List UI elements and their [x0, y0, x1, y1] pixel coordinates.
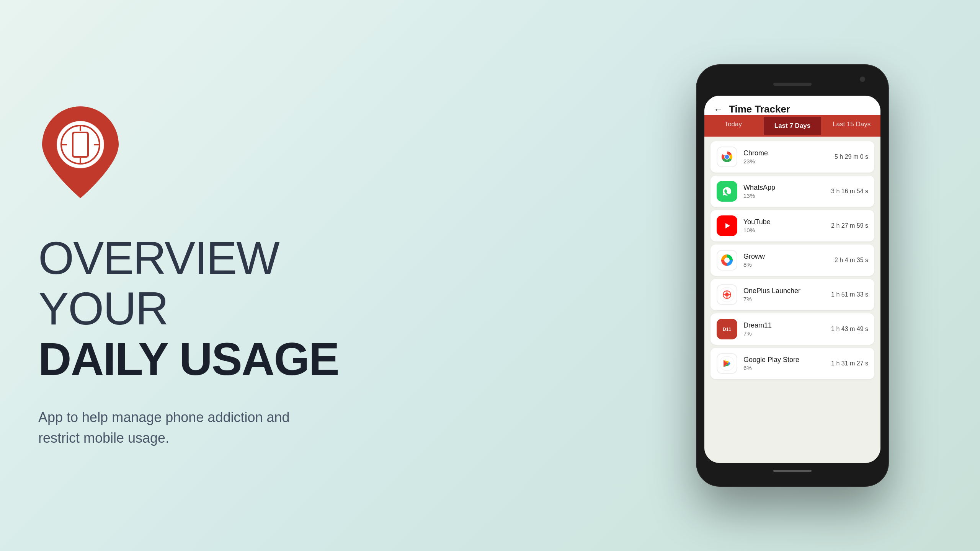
app-percent: 10% [743, 227, 825, 233]
app-info-oneplus: OnePlus Launcher 7% [743, 287, 825, 302]
left-section: OVERVIEW YOUR DAILY USAGE App to help ma… [0, 57, 635, 494]
back-button[interactable]: ← [714, 104, 723, 115]
app-name: Chrome [743, 149, 828, 157]
svg-point-20 [725, 293, 729, 297]
whatsapp-icon [717, 181, 737, 202]
list-item[interactable]: Groww 8% 2 h 4 m 35 s [710, 245, 874, 276]
headline-bold: DAILY USAGE [38, 334, 597, 384]
right-section: ← Time Tracker Today Last 7 Days Last 15… [635, 65, 980, 486]
list-item[interactable]: YouTube 10% 2 h 27 m 59 s [710, 210, 874, 241]
list-item[interactable]: OnePlus Launcher 7% 1 h 51 m 33 s [710, 279, 874, 310]
app-info-playstore: Google Play Store 6% [743, 356, 825, 371]
list-item[interactable]: WhatsApp 13% 3 h 16 m 54 s [710, 176, 874, 207]
app-name: OnePlus Launcher [743, 287, 825, 295]
app-info-dream11: Dream11 7% [743, 321, 825, 337]
app-header: ← Time Tracker [704, 96, 880, 115]
app-info-youtube: YouTube 10% [743, 218, 825, 233]
svg-text:D11: D11 [723, 327, 731, 332]
app-time: 1 h 51 m 33 s [831, 291, 868, 298]
phone-camera [860, 77, 865, 82]
tab-today[interactable]: Today [704, 115, 762, 137]
headline: OVERVIEW YOUR DAILY USAGE [38, 233, 597, 384]
app-time: 2 h 4 m 35 s [835, 257, 868, 264]
svg-point-17 [724, 258, 730, 263]
app-time: 5 h 29 m 0 s [835, 153, 868, 160]
app-percent: 6% [743, 365, 825, 371]
list-item[interactable]: D11 Dream11 7% 1 h 43 m 49 s [710, 313, 874, 345]
playstore-icon [717, 353, 737, 374]
app-percent: 23% [743, 158, 828, 165]
phone-bottom-bar [704, 463, 880, 478]
phone-screen: ← Time Tracker Today Last 7 Days Last 15… [704, 96, 880, 463]
list-item[interactable]: Chrome 23% 5 h 29 m 0 s [710, 141, 874, 173]
app-name: YouTube [743, 218, 825, 226]
app-percent: 7% [743, 296, 825, 302]
app-title: Time Tracker [729, 103, 790, 115]
phone-notch [704, 73, 880, 96]
tab-bar: Today Last 7 Days Last 15 Days [704, 115, 880, 137]
chrome-icon [717, 147, 737, 167]
tab-last15[interactable]: Last 15 Days [823, 115, 880, 137]
app-info-chrome: Chrome 23% [743, 149, 828, 165]
home-indicator [773, 470, 812, 472]
youtube-icon [717, 215, 737, 236]
app-time: 3 h 16 m 54 s [831, 188, 868, 195]
app-name: WhatsApp [743, 184, 825, 192]
app-time: 2 h 27 m 59 s [831, 222, 868, 229]
app-name: Google Play Store [743, 356, 825, 364]
app-time: 1 h 31 m 27 s [831, 360, 868, 367]
phone-speaker [773, 83, 812, 86]
list-item[interactable]: Google Play Store 6% 1 h 31 m 27 s [710, 348, 874, 379]
app-time: 1 h 43 m 49 s [831, 326, 868, 333]
app-percent: 8% [743, 261, 828, 268]
app-percent: 13% [743, 192, 825, 199]
app-list: Chrome 23% 5 h 29 m 0 s [704, 137, 880, 463]
app-info-groww: Groww 8% [743, 253, 828, 268]
phone-frame: ← Time Tracker Today Last 7 Days Last 15… [697, 65, 888, 486]
subtitle-text: App to help manage phone addiction and r… [38, 407, 306, 448]
app-name: Dream11 [743, 321, 825, 329]
svg-point-12 [725, 155, 729, 159]
oneplus-icon [717, 284, 737, 305]
headline-line2: YOUR [38, 283, 597, 334]
app-name: Groww [743, 253, 828, 261]
svg-rect-2 [74, 133, 87, 156]
tab-last7[interactable]: Last 7 Days [764, 117, 822, 135]
app-logo [38, 103, 122, 202]
dream11-icon: D11 [717, 319, 737, 339]
headline-line1: OVERVIEW [38, 233, 597, 283]
groww-icon [717, 250, 737, 271]
app-percent: 7% [743, 330, 825, 337]
app-info-whatsapp: WhatsApp 13% [743, 184, 825, 199]
